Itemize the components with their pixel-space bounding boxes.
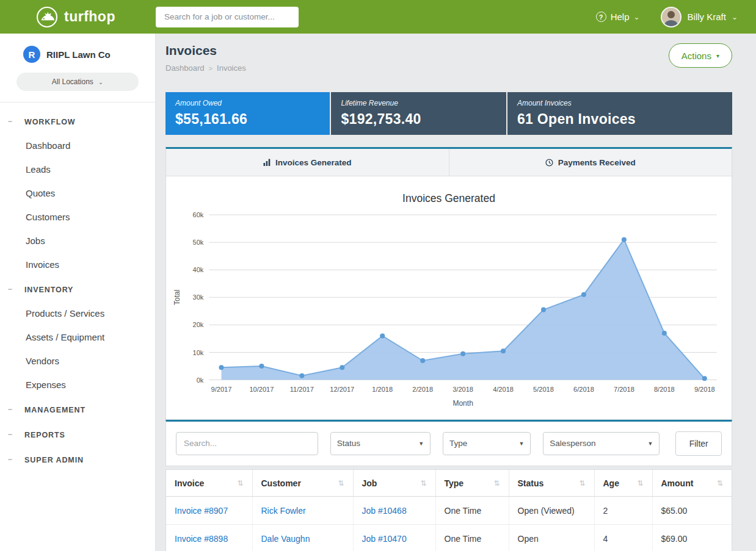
brand-name: turfhop [64, 9, 115, 25]
svg-text:30k: 30k [192, 294, 203, 301]
invoice-link[interactable]: Invoice #8907 [175, 506, 228, 516]
col-header-amount[interactable]: Amount⇅ [652, 470, 732, 497]
chart-tabs: Invoices Generated Payments Received [166, 149, 732, 176]
col-header-status[interactable]: Status⇅ [509, 470, 594, 497]
locations-label: All Locations [52, 77, 93, 86]
svg-text:6/2018: 6/2018 [573, 386, 594, 393]
sort-icon[interactable]: ⇅ [637, 479, 643, 488]
svg-text:20k: 20k [192, 321, 203, 328]
col-header-invoice[interactable]: Invoice⇅ [166, 470, 252, 497]
job-link[interactable]: Job #10468 [362, 506, 407, 516]
salesperson-select[interactable]: Salesperson ▼ [543, 432, 660, 455]
customer-link[interactable]: Dale Vaughn [261, 534, 310, 544]
sidebar-item-expenses[interactable]: Expenses [0, 373, 155, 397]
tab-payments-received[interactable]: Payments Received [449, 149, 732, 176]
help-label: Help [611, 12, 630, 22]
sidebar-item-dashboard[interactable]: Dashboard [0, 134, 155, 157]
locations-dropdown[interactable]: All Locations ⌄ [16, 73, 139, 91]
user-menu[interactable]: Billy Kraft ⌄ [688, 12, 738, 22]
sidebar-item-leads[interactable]: Leads [0, 157, 155, 181]
job-link[interactable]: Job #10470 [362, 534, 407, 544]
chevron-down-icon: ▼ [410, 441, 424, 447]
sidebar-item-quotes[interactable]: Quotes [0, 181, 155, 205]
sidebar-item-invoices[interactable]: Invoices [0, 253, 155, 276]
table-search-input[interactable] [176, 432, 318, 455]
svg-text:9/2017: 9/2017 [211, 386, 232, 393]
svg-text:5/2018: 5/2018 [533, 386, 554, 393]
invoices-table: Invoice⇅ Customer⇅ Job⇅ Type⇅ Status⇅ Ag… [166, 470, 732, 551]
sidebar-item-vendors[interactable]: Vendors [0, 349, 155, 373]
status-cell: Open [509, 525, 594, 551]
col-header-type[interactable]: Type⇅ [435, 470, 509, 497]
sort-icon[interactable]: ⇅ [717, 479, 723, 488]
customer-link[interactable]: Rick Fowler [261, 506, 306, 516]
sidebar-item-products-services[interactable]: Products / Services [0, 301, 155, 325]
chart-body: Invoices Generated 0k10k20k30k40k50k60k9… [166, 176, 732, 419]
stat-label: Lifetime Revenue [341, 99, 496, 107]
sidebar-item-customers[interactable]: Customers [0, 205, 155, 229]
svg-text:9/2018: 9/2018 [694, 386, 715, 393]
sort-icon[interactable]: ⇅ [493, 479, 500, 488]
sidebar: R RIIPL Lawn Co All Locations ⌄ -- WORKF… [0, 34, 156, 551]
tree-dash-icon: -- [8, 455, 12, 464]
filter-button[interactable]: Filter [675, 431, 722, 456]
sidebar-item-jobs[interactable]: Jobs [0, 229, 155, 253]
table-row: Invoice #8898 Dale Vaughn Job #10470 One… [166, 525, 732, 551]
status-select[interactable]: Status ▼ [330, 432, 431, 455]
sort-icon[interactable]: ⇅ [579, 479, 585, 488]
breadcrumb-dashboard[interactable]: Dashboard [165, 63, 205, 73]
section-header-management[interactable]: -- MANAGEMENT [0, 397, 155, 422]
actions-button[interactable]: Actions ▾ [669, 43, 732, 68]
age-cell: 4 [594, 525, 652, 551]
chevron-down-icon: ⌄ [98, 79, 103, 85]
sort-icon[interactable]: ⇅ [420, 479, 426, 488]
col-header-job[interactable]: Job⇅ [353, 470, 435, 497]
svg-text:0k: 0k [197, 376, 204, 384]
page-title: Invoices [165, 43, 246, 58]
chevron-down-icon: ▾ [716, 52, 719, 59]
svg-text:40k: 40k [192, 266, 203, 273]
type-select[interactable]: Type ▼ [443, 432, 531, 455]
svg-text:Total: Total [173, 290, 181, 305]
col-header-age[interactable]: Age⇅ [594, 470, 652, 497]
section-header-inventory: -- INVENTORY [0, 276, 155, 301]
user-name: Billy Kraft [688, 12, 726, 22]
stat-value: 61 Open Invoices [517, 111, 722, 128]
chevron-down-icon: ▼ [510, 441, 524, 447]
section-header-super-admin[interactable]: -- SUPER ADMIN [0, 447, 155, 472]
tree-dash-icon: -- [8, 430, 12, 439]
stat-label: Amount Owed [175, 99, 320, 107]
help-menu[interactable]: ? Help ⌄ [596, 12, 640, 22]
breadcrumb-separator-icon: > [209, 65, 213, 72]
top-navbar: turfhop ? Help ⌄ Billy Kraft ⌄ [0, 0, 756, 34]
tree-dash-icon: -- [8, 285, 12, 294]
stat-card-amount-owed: Amount Owed $55,161.66 [165, 92, 330, 135]
chart-panel: Invoices Generated Payments Received Inv… [165, 147, 732, 420]
amount-cell: $65.00 [652, 497, 732, 525]
svg-text:11/2017: 11/2017 [290, 386, 314, 393]
svg-text:10/2017: 10/2017 [249, 386, 274, 393]
global-search-input[interactable] [156, 7, 299, 27]
svg-text:50k: 50k [192, 239, 203, 246]
table-header-row: Invoice⇅ Customer⇅ Job⇅ Type⇅ Status⇅ Ag… [166, 470, 732, 497]
chart-title: Invoices Generated [171, 192, 727, 205]
type-cell: One Time [435, 525, 509, 551]
stat-card-open-invoices: Amount Invoices 61 Open Invoices [507, 92, 732, 135]
sidebar-nav: -- WORKFLOW Dashboard Leads Quotes Custo… [0, 103, 155, 472]
invoice-link[interactable]: Invoice #8898 [175, 534, 228, 544]
filter-panel: Status ▼ Type ▼ Salesperson ▼ Filter [165, 420, 732, 466]
chevron-down-icon: ⌄ [732, 13, 738, 21]
sidebar-item-assets-equipment[interactable]: Assets / Equipment [0, 325, 155, 349]
svg-text:2/2018: 2/2018 [412, 386, 433, 393]
tree-dash-icon: -- [8, 117, 12, 126]
sort-icon[interactable]: ⇅ [338, 479, 344, 488]
page-header: Invoices Dashboard > Invoices Actions ▾ [165, 43, 732, 73]
col-header-customer[interactable]: Customer⇅ [252, 470, 353, 497]
age-cell: 2 [594, 497, 652, 525]
chevron-down-icon: ▼ [639, 441, 653, 447]
amount-cell: $69.00 [652, 525, 732, 551]
section-header-reports[interactable]: -- REPORTS [0, 422, 155, 447]
avatar[interactable] [661, 7, 681, 27]
tab-invoices-generated[interactable]: Invoices Generated [166, 149, 449, 176]
sort-icon[interactable]: ⇅ [237, 479, 243, 488]
